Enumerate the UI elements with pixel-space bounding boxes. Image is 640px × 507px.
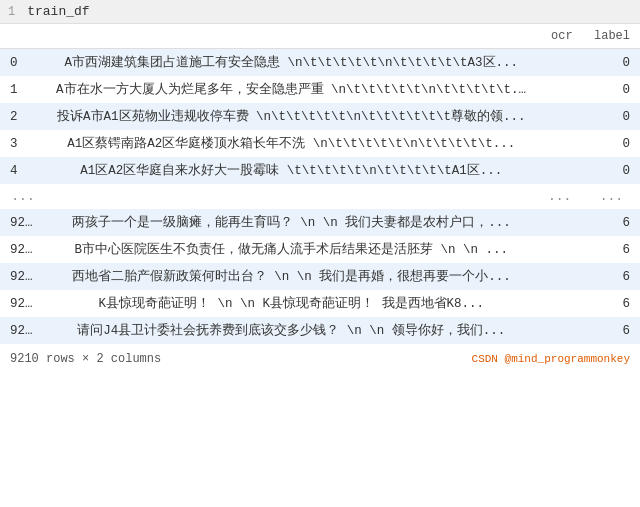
- attribution: CSDN @mind_programmonkey: [472, 353, 630, 365]
- table-row: 9207西地省二胎产假新政策何时出台？ \n \n 我们是再婚，很想再要一个小.…: [0, 263, 640, 290]
- cell-label: 0: [583, 103, 640, 130]
- col-ocr: ocr: [537, 24, 583, 49]
- cell-ocr: [537, 290, 583, 317]
- cell-label: 6: [583, 263, 640, 290]
- separator-cell-index: ...: [0, 184, 46, 209]
- table-row: 0A市西湖建筑集团占道施工有安全隐患 \n\t\t\t\t\t\n\t\t\t\…: [0, 49, 640, 77]
- cell-ocr: [537, 103, 583, 130]
- col-index: [0, 24, 46, 49]
- cell-text: 两孩子一个是一级脑瘫，能再生育吗？ \n \n 我们夫妻都是农村户口，...: [46, 209, 537, 236]
- cell-ocr: [537, 49, 583, 77]
- cell-ocr: [537, 130, 583, 157]
- cell-index: 9206: [0, 236, 46, 263]
- cell-text: B市中心医院医生不负责任，做无痛人流手术后结果还是活胚芽 \n \n ...: [46, 236, 537, 263]
- table-row: 3A1区蔡锷南路A2区华庭楼顶水箱长年不洗 \n\t\t\t\t\t\n\t\t…: [0, 130, 640, 157]
- cell-text: K县惊现奇葩证明！ \n \n K县惊现奇葩证明！ 我是西地省K8...: [46, 290, 537, 317]
- table-row: 9209请问J4县卫计委社会抚养费到底该交多少钱？ \n \n 领导你好，我们.…: [0, 317, 640, 344]
- col-text: [46, 24, 537, 49]
- cell-label: 6: [583, 290, 640, 317]
- cell-ocr: [537, 209, 583, 236]
- separator-cell-label: ...: [583, 184, 640, 209]
- cell-label: 0: [583, 130, 640, 157]
- cell-ocr: [537, 317, 583, 344]
- line-number: 1: [8, 5, 15, 19]
- cell-index: 1: [0, 76, 46, 103]
- cell-text: A市在水一方大厦人为烂尾多年，安全隐患严重 \n\t\t\t\t\t\n\t\t…: [46, 76, 537, 103]
- cell-label: 0: [583, 49, 640, 77]
- cell-index: 9208: [0, 290, 46, 317]
- table-footer: 9210 rows × 2 columns CSDN @mind_program…: [0, 344, 640, 370]
- cell-text: 西地省二胎产假新政策何时出台？ \n \n 我们是再婚，很想再要一个小...: [46, 263, 537, 290]
- table-row: 1A市在水一方大厦人为烂尾多年，安全隐患严重 \n\t\t\t\t\t\n\t\…: [0, 76, 640, 103]
- cell-ocr: [537, 263, 583, 290]
- cell-index: 0: [0, 49, 46, 77]
- cell-label: 6: [583, 209, 640, 236]
- cell-ocr: [537, 236, 583, 263]
- dataframe-table: ocr label 0A市西湖建筑集团占道施工有安全隐患 \n\t\t\t\t\…: [0, 24, 640, 344]
- cell-label: 0: [583, 157, 640, 184]
- cell-index: 9207: [0, 263, 46, 290]
- col-label: label: [583, 24, 640, 49]
- separator-cell-ocr: ...: [537, 184, 583, 209]
- cell-ocr: [537, 157, 583, 184]
- cell-ocr: [537, 76, 583, 103]
- cell-index: 2: [0, 103, 46, 130]
- cell-text: A1区蔡锷南路A2区华庭楼顶水箱长年不洗 \n\t\t\t\t\t\n\t\t\…: [46, 130, 537, 157]
- cell-text: A市西湖建筑集团占道施工有安全隐患 \n\t\t\t\t\t\n\t\t\t\t…: [46, 49, 537, 77]
- cell-label: 6: [583, 317, 640, 344]
- cell-label: 0: [583, 76, 640, 103]
- cell-text: 投诉A市A1区苑物业违规收停车费 \n\t\t\t\t\t\n\t\t\t\t\…: [46, 103, 537, 130]
- table-row: 9206B市中心医院医生不负责任，做无痛人流手术后结果还是活胚芽 \n \n .…: [0, 236, 640, 263]
- separator-row: .........: [0, 184, 640, 209]
- cell-index: 3: [0, 130, 46, 157]
- cell-text: A1区A2区华庭自来水好大一股霉味 \t\t\t\t\t\n\t\t\t\t\t…: [46, 157, 537, 184]
- separator-cell-text: [46, 184, 537, 209]
- cell-index: 4: [0, 157, 46, 184]
- variable-name: train_df: [27, 4, 89, 19]
- cell-index: 9205: [0, 209, 46, 236]
- table-row: 2投诉A市A1区苑物业违规收停车费 \n\t\t\t\t\t\n\t\t\t\t…: [0, 103, 640, 130]
- rows-cols-info: 9210 rows × 2 columns: [10, 352, 161, 366]
- table-row: 4A1区A2区华庭自来水好大一股霉味 \t\t\t\t\t\n\t\t\t\t\…: [0, 157, 640, 184]
- cell-label: 6: [583, 236, 640, 263]
- table-row: 9208K县惊现奇葩证明！ \n \n K县惊现奇葩证明！ 我是西地省K8...…: [0, 290, 640, 317]
- cell-index: 9209: [0, 317, 46, 344]
- table-header-row: ocr label: [0, 24, 640, 49]
- table-row: 9205两孩子一个是一级脑瘫，能再生育吗？ \n \n 我们夫妻都是农村户口，.…: [0, 209, 640, 236]
- cell-text: 请问J4县卫计委社会抚养费到底该交多少钱？ \n \n 领导你好，我们...: [46, 317, 537, 344]
